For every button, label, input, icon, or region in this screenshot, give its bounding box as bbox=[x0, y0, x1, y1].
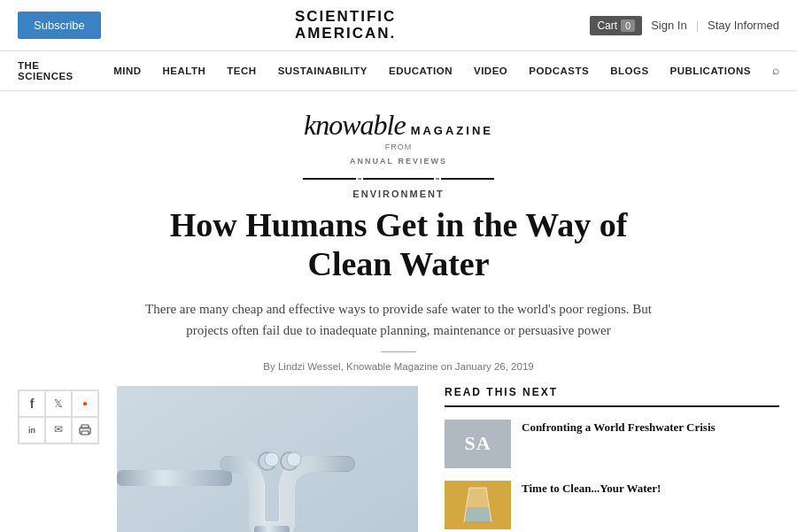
search-icon[interactable]: ⌕ bbox=[772, 64, 779, 78]
nav-publications[interactable]: PUBLICATIONS bbox=[670, 66, 751, 76]
email-icon[interactable]: ✉ bbox=[45, 417, 72, 443]
article-category: ENVIRONMENT bbox=[124, 189, 673, 199]
main-content-row: f 𝕏 ● in ✉ bbox=[0, 386, 797, 532]
nav-video[interactable]: VIDEO bbox=[474, 66, 507, 76]
logo-line2: AMERICAN. bbox=[295, 26, 396, 42]
nav-mind[interactable]: MIND bbox=[113, 66, 141, 76]
cart-label: Cart bbox=[597, 19, 617, 32]
article-image bbox=[117, 386, 418, 532]
linkedin-icon[interactable]: in bbox=[19, 417, 45, 443]
svg-rect-9 bbox=[254, 526, 290, 532]
thumb-sa-logo: SA bbox=[445, 420, 511, 468]
social-share-box: f 𝕏 ● in ✉ bbox=[18, 386, 99, 532]
cart-count: 0 bbox=[621, 19, 635, 32]
logo-line1: SCIENTIFIC bbox=[295, 9, 396, 26]
nav-podcasts[interactable]: PODCASTS bbox=[529, 66, 589, 76]
top-bar: Subscribe SCIENTIFIC AMERICAN. Cart 0 Si… bbox=[0, 0, 797, 51]
svg-rect-13 bbox=[464, 521, 491, 524]
divider: | bbox=[696, 19, 699, 32]
sidebar-item[interactable]: SA Confronting a World Freshwater Crisis bbox=[445, 420, 779, 468]
svg-point-6 bbox=[265, 452, 279, 466]
social-grid: f 𝕏 ● in ✉ bbox=[18, 389, 99, 444]
nav-sustainability[interactable]: SUSTAINABILITY bbox=[278, 66, 368, 76]
nav-education[interactable]: EDUCATION bbox=[389, 66, 453, 76]
stay-informed-link[interactable]: Stay Informed bbox=[708, 19, 779, 32]
sidebar-divider bbox=[445, 405, 779, 407]
svg-point-8 bbox=[287, 452, 301, 466]
twitter-icon[interactable]: 𝕏 bbox=[45, 390, 72, 417]
top-right-actions: Cart 0 Sign In | Stay Informed bbox=[590, 16, 779, 35]
facebook-icon[interactable]: f bbox=[19, 390, 45, 417]
svg-rect-4 bbox=[117, 470, 232, 486]
from-label: FROM bbox=[304, 143, 493, 151]
reddit-icon[interactable]: ● bbox=[72, 390, 98, 417]
content-wrapper: knowable MAGAZINE FROM ANNUAL REVIEWS EN… bbox=[0, 91, 797, 532]
sidebar-item-2[interactable]: Time to Clean...Your Water! bbox=[445, 481, 779, 529]
annual-reviews: ANNUAL REVIEWS bbox=[350, 157, 447, 166]
nav-tech[interactable]: TECH bbox=[227, 66, 256, 76]
main-nav: THE SCIENCES MIND HEALTH TECH SUSTAINABI… bbox=[0, 51, 797, 91]
sidebar: READ THIS NEXT SA Confronting a World Fr… bbox=[436, 386, 779, 532]
faucet-illustration bbox=[117, 386, 418, 532]
svg-rect-2 bbox=[81, 431, 89, 435]
article-title: How Humans Get in the Way of Clean Water bbox=[124, 206, 673, 283]
article-byline: By Lindzi Wessel, Knowable Magazine on J… bbox=[124, 361, 673, 372]
sign-in-link[interactable]: Sign In bbox=[651, 19, 686, 32]
knowable-logo: knowable MAGAZINE FROM ANNUAL REVIEWS bbox=[304, 109, 493, 167]
knowable-brand: knowable bbox=[304, 109, 406, 142]
thumb-water-img bbox=[445, 481, 511, 529]
sidebar-thumb-1: SA bbox=[445, 420, 511, 468]
sidebar-thumb-2 bbox=[445, 481, 511, 529]
sidebar-item-title-1: Confronting a World Freshwater Crisis bbox=[522, 420, 716, 436]
site-logo: SCIENTIFIC AMERICAN. bbox=[295, 9, 396, 42]
nav-blogs[interactable]: BLOGS bbox=[610, 66, 648, 76]
sidebar-item-title-2: Time to Clean...Your Water! bbox=[522, 481, 661, 497]
knowable-magazine: MAGAZINE bbox=[411, 124, 493, 137]
cart-button[interactable]: Cart 0 bbox=[590, 16, 642, 35]
sidebar-title: READ THIS NEXT bbox=[445, 386, 779, 398]
nav-sciences[interactable]: THE SCIENCES bbox=[18, 60, 92, 81]
article-subtitle: There are many cheap and effective ways … bbox=[142, 298, 655, 341]
knowable-decoration bbox=[303, 178, 494, 180]
subscribe-button[interactable]: Subscribe bbox=[18, 12, 101, 39]
print-icon[interactable] bbox=[72, 417, 98, 443]
nav-health[interactable]: HEALTH bbox=[163, 66, 206, 76]
article-divider bbox=[381, 351, 416, 352]
article-header: ENVIRONMENT How Humans Get in the Way of… bbox=[106, 189, 691, 385]
